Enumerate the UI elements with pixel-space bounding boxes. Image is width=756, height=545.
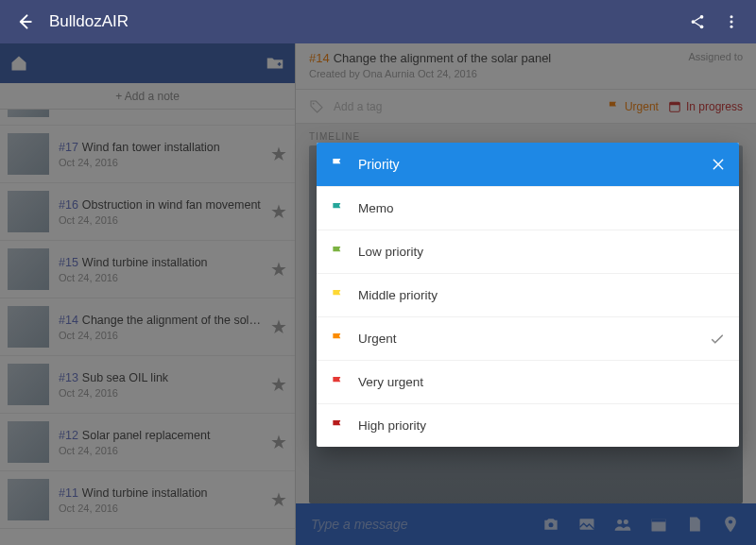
priority-option[interactable]: Low priority xyxy=(317,230,739,273)
svg-point-5 xyxy=(730,26,733,28)
priority-option-label: Middle priority xyxy=(358,288,438,302)
flag-icon xyxy=(330,288,345,303)
flag-icon xyxy=(330,418,345,434)
modal-title: Priority xyxy=(358,157,697,172)
flag-icon xyxy=(330,157,345,172)
app-title: BulldozAIR xyxy=(49,12,680,31)
share-button[interactable] xyxy=(680,5,714,39)
priority-option[interactable]: Very urgent xyxy=(317,360,739,403)
priority-option[interactable]: Urgent xyxy=(317,316,739,360)
priority-option-label: Low priority xyxy=(358,245,423,259)
check-icon xyxy=(709,331,726,348)
flag-icon xyxy=(330,375,345,390)
priority-option-label: Urgent xyxy=(358,332,397,346)
priority-option[interactable]: Memo xyxy=(317,186,739,230)
priority-option[interactable]: Middle priority xyxy=(317,273,739,316)
close-button[interactable] xyxy=(711,157,726,172)
back-button[interactable] xyxy=(8,5,42,39)
svg-point-3 xyxy=(730,15,733,18)
priority-option-label: Very urgent xyxy=(358,375,423,389)
overflow-menu-button[interactable] xyxy=(714,5,748,39)
flag-icon xyxy=(330,245,345,260)
svg-point-4 xyxy=(730,21,733,24)
flag-icon xyxy=(330,332,345,347)
priority-modal: Priority MemoLow priorityMiddle priority… xyxy=(317,143,739,447)
flag-icon xyxy=(330,201,345,216)
priority-option-label: High priority xyxy=(358,418,426,433)
priority-option-label: Memo xyxy=(358,201,394,215)
priority-option[interactable]: High priority xyxy=(317,403,739,447)
